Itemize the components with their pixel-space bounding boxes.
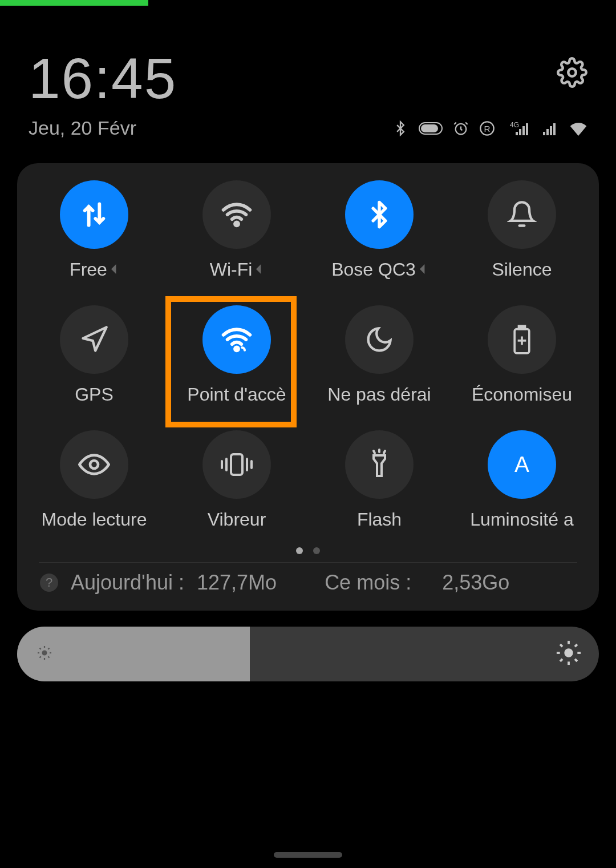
gear-icon bbox=[557, 57, 587, 88]
tile-label-row: Vibreur bbox=[208, 509, 266, 530]
tile-label: Économiseu bbox=[472, 384, 572, 405]
tile-label: Luminosité a bbox=[470, 509, 573, 530]
svg-text:A: A bbox=[514, 452, 529, 477]
tile-label-row: Free bbox=[70, 259, 119, 280]
tile-label: Point d'accè bbox=[187, 384, 286, 405]
page-dot-1 bbox=[296, 547, 303, 554]
data-today-label: Aujourd'hui : bbox=[71, 571, 184, 595]
svg-rect-14 bbox=[553, 123, 556, 135]
brightness-low-icon bbox=[34, 643, 55, 665]
data-month-value: 2,53Go bbox=[442, 571, 509, 595]
brightness-slider[interactable] bbox=[17, 627, 599, 681]
eye-icon bbox=[60, 430, 128, 499]
drag-handle[interactable] bbox=[274, 852, 342, 858]
tile-label-row: Point d'accè bbox=[187, 384, 286, 405]
tile-label-row: Flash bbox=[357, 509, 402, 530]
svg-rect-13 bbox=[550, 126, 552, 135]
tile-label: Wi-Fi bbox=[210, 259, 253, 280]
page-indicator[interactable] bbox=[23, 547, 593, 554]
svg-rect-11 bbox=[543, 132, 545, 135]
tile-bluetooth[interactable]: Bose QC3 bbox=[308, 180, 451, 280]
svg-line-39 bbox=[48, 648, 49, 649]
tile-label-row: Bose QC3 bbox=[331, 259, 427, 280]
tile-gps[interactable]: GPS bbox=[23, 305, 165, 405]
svg-point-0 bbox=[568, 68, 576, 76]
expand-chevron-icon bbox=[420, 264, 427, 274]
vibrate-icon bbox=[202, 430, 271, 499]
svg-point-15 bbox=[235, 222, 238, 225]
tile-label: Free bbox=[70, 259, 107, 280]
tile-label: Mode lecture bbox=[42, 509, 147, 530]
tile-hotspot[interactable]: Point d'accè bbox=[165, 305, 308, 405]
battery-pill-icon bbox=[419, 122, 443, 135]
hotspot-icon bbox=[202, 305, 271, 374]
tile-label-row: GPS bbox=[75, 384, 114, 405]
battery-plus-icon bbox=[488, 305, 556, 374]
svg-line-46 bbox=[575, 659, 577, 661]
date-label: Jeu, 20 Févr bbox=[29, 117, 136, 139]
svg-text:R: R bbox=[484, 123, 491, 133]
svg-rect-7 bbox=[516, 132, 518, 135]
svg-line-47 bbox=[560, 659, 562, 661]
tile-silence[interactable]: Silence bbox=[451, 180, 593, 280]
svg-line-29 bbox=[384, 451, 385, 453]
tile-vibrate[interactable]: Vibreur bbox=[165, 430, 308, 530]
signal-4g-icon: 4G bbox=[505, 120, 532, 136]
tile-dnd[interactable]: Ne pas dérai bbox=[308, 305, 451, 405]
svg-line-37 bbox=[48, 656, 49, 657]
svg-line-48 bbox=[575, 644, 577, 647]
alarm-icon bbox=[453, 120, 469, 136]
bluetooth-icon bbox=[345, 180, 414, 249]
svg-point-16 bbox=[235, 347, 238, 350]
moon-icon bbox=[345, 305, 414, 374]
tile-label-row: Économiseu bbox=[472, 384, 572, 405]
expand-chevron-icon bbox=[256, 264, 264, 274]
status-green-bar bbox=[0, 0, 148, 6]
tile-flashlight[interactable]: Flash bbox=[308, 430, 451, 530]
header: 16:45 bbox=[0, 0, 616, 111]
svg-rect-18 bbox=[519, 326, 525, 329]
tile-battery-saver[interactable]: Économiseu bbox=[451, 305, 593, 405]
data-usage-row[interactable]: ? Aujourd'hui :127,7Mo Ce mois : 2,53Go bbox=[23, 571, 593, 600]
signal-icon bbox=[542, 120, 559, 136]
wifi-status-icon bbox=[569, 121, 587, 136]
help-icon: ? bbox=[40, 574, 58, 592]
page-dot-2 bbox=[313, 547, 320, 554]
tile-label: Vibreur bbox=[208, 509, 266, 530]
bluetooth-icon bbox=[392, 120, 408, 136]
svg-rect-9 bbox=[522, 126, 525, 135]
flashlight-icon bbox=[345, 430, 414, 499]
svg-point-31 bbox=[42, 651, 47, 656]
subheader: Jeu, 20 Févr R 4G bbox=[0, 111, 616, 156]
data-today-value: 127,7Mo bbox=[197, 571, 277, 595]
settings-button[interactable] bbox=[557, 46, 587, 90]
roaming-icon: R bbox=[479, 120, 495, 136]
tile-auto-brightness[interactable]: ALuminosité a bbox=[451, 430, 593, 530]
tile-label-row: Ne pas dérai bbox=[327, 384, 431, 405]
navigation-icon bbox=[60, 305, 128, 374]
svg-line-28 bbox=[374, 451, 375, 453]
tile-reading-mode[interactable]: Mode lecture bbox=[23, 430, 165, 530]
data-month-label: Ce mois : bbox=[325, 571, 411, 595]
tile-mobile-data[interactable]: Free bbox=[23, 180, 165, 280]
svg-rect-22 bbox=[231, 454, 242, 475]
svg-point-21 bbox=[90, 461, 98, 469]
brightness-high-icon bbox=[556, 640, 582, 668]
wifi-icon bbox=[202, 180, 271, 249]
svg-line-38 bbox=[39, 656, 40, 657]
svg-rect-2 bbox=[421, 124, 438, 132]
bell-icon bbox=[488, 180, 556, 249]
tile-label: Bose QC3 bbox=[331, 259, 416, 280]
svg-rect-10 bbox=[526, 123, 528, 135]
tile-label: GPS bbox=[75, 384, 114, 405]
auto-a-icon: A bbox=[488, 430, 556, 499]
tile-label-row: Wi-Fi bbox=[210, 259, 264, 280]
divider bbox=[39, 562, 577, 563]
svg-line-36 bbox=[39, 648, 40, 649]
svg-text:4G: 4G bbox=[510, 121, 519, 129]
data-arrows-icon bbox=[60, 180, 128, 249]
svg-line-45 bbox=[560, 644, 562, 647]
clock-time: 16:45 bbox=[29, 46, 177, 111]
tile-wifi[interactable]: Wi-Fi bbox=[165, 180, 308, 280]
quick-settings-panel: FreeWi-FiBose QC3SilenceGPSPoint d'accèN… bbox=[17, 163, 599, 611]
